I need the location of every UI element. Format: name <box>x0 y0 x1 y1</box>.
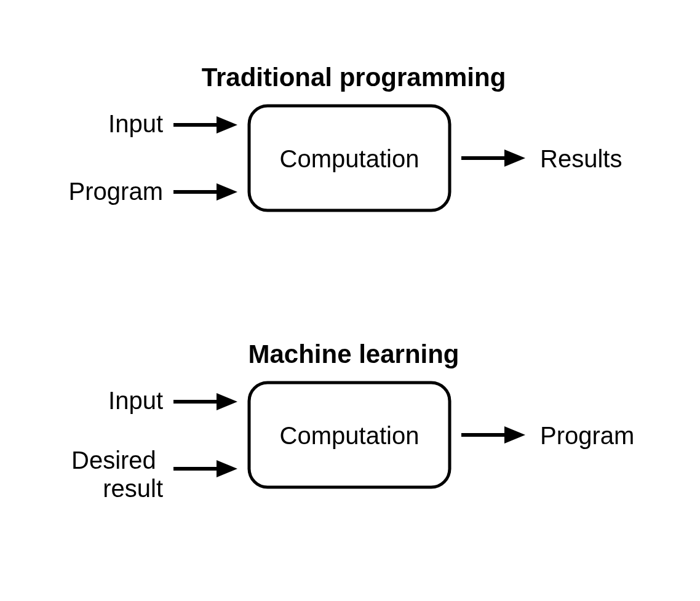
diagram-canvas: Traditional programming Input Program Co… <box>0 0 700 601</box>
traditional-process: Computation <box>280 145 420 172</box>
arrow-icon <box>461 426 525 444</box>
arrow-icon <box>173 393 237 410</box>
traditional-input-1: Program <box>69 178 163 205</box>
arrow-icon <box>173 460 237 477</box>
ml-output: Program <box>540 422 634 449</box>
diagram-ml: Machine learning Input Desired result Co… <box>71 340 634 502</box>
traditional-output: Results <box>540 145 622 172</box>
arrow-icon <box>461 149 525 167</box>
diagram-traditional: Traditional programming Input Program Co… <box>69 63 622 210</box>
traditional-input-0: Input <box>108 110 163 137</box>
ml-input-1: Desired result <box>71 447 163 502</box>
ml-process: Computation <box>280 422 420 449</box>
arrow-icon <box>173 183 237 201</box>
traditional-title: Traditional programming <box>202 63 506 92</box>
arrow-icon <box>173 116 237 133</box>
ml-input-0: Input <box>108 387 163 414</box>
ml-title: Machine learning <box>248 340 459 368</box>
